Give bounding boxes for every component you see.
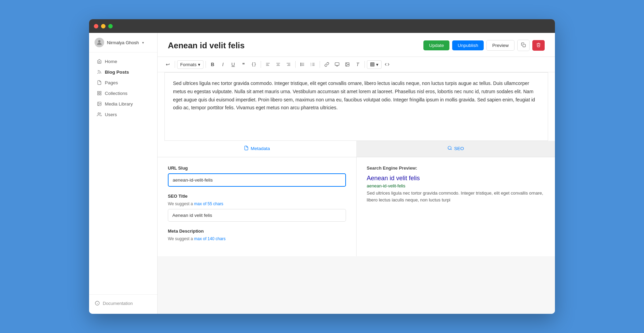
image-icon: [97, 101, 102, 107]
sidebar-item-pages[interactable]: Pages: [91, 77, 155, 88]
toolbar-separator-4: [295, 61, 296, 68]
delete-button[interactable]: [532, 40, 545, 51]
tab-seo[interactable]: SEO: [356, 141, 555, 157]
sidebar-item-blog-posts[interactable]: Blog Posts: [91, 67, 155, 77]
meta-desc-label: Meta Description: [168, 229, 346, 234]
url-slug-label: URL Slug: [168, 165, 346, 171]
app-layout: Nirmalya Ghosh ▾ Home Blog Posts: [89, 33, 555, 314]
link-button[interactable]: [322, 60, 332, 69]
svg-rect-4: [98, 94, 99, 95]
align-right-button[interactable]: [284, 60, 293, 69]
toolbar-separator-1: [175, 61, 175, 68]
toolbar-separator-2: [206, 61, 206, 68]
rss-icon: [97, 69, 102, 75]
image-button[interactable]: [343, 60, 352, 69]
close-button[interactable]: [94, 24, 98, 28]
meta-desc-group: Meta Description We suggest a max of 140…: [168, 229, 346, 241]
svg-rect-34: [335, 63, 339, 65]
tab-metadata[interactable]: Metadata: [158, 141, 356, 157]
sidebar-item-home[interactable]: Home: [91, 56, 155, 66]
username: Nirmalya Ghosh: [107, 40, 139, 45]
editor-toolbar: ↩ Formats ▾ B I U ❝ {}: [158, 57, 555, 72]
toolbar-separator-5: [320, 61, 320, 68]
svg-point-7: [98, 103, 99, 103]
home-icon: [97, 59, 102, 64]
editor-text: Sed ultrices ligula nec tortor gravida c…: [173, 79, 540, 112]
list-ordered-button[interactable]: 123: [308, 60, 318, 69]
svg-point-25: [301, 63, 301, 64]
duplicate-button[interactable]: [517, 40, 530, 51]
update-button[interactable]: Update: [423, 40, 449, 50]
sidebar-item-collections[interactable]: Collections: [91, 88, 155, 98]
svg-point-27: [301, 65, 301, 66]
unpublish-button[interactable]: Unpublish: [452, 40, 484, 50]
align-left-button[interactable]: [263, 60, 273, 69]
user-menu[interactable]: Nirmalya Ghosh ▾: [89, 33, 157, 52]
titlebar: [89, 19, 555, 33]
table-chevron: ▾: [376, 62, 379, 67]
maximize-button[interactable]: [108, 24, 113, 28]
svg-point-36: [346, 63, 347, 64]
sidebar-item-pages-label: Pages: [105, 80, 118, 85]
tabs-row: Metadata SEO: [158, 141, 555, 157]
svg-rect-12: [523, 44, 525, 47]
meta-desc-hint: We suggest a max of 140 chars: [168, 236, 346, 241]
underline-button[interactable]: U: [228, 60, 238, 69]
italic-button[interactable]: I: [218, 60, 228, 69]
seo-title-label: SEO Title: [168, 194, 346, 199]
svg-point-8: [98, 113, 100, 114]
info-icon: [95, 300, 100, 306]
svg-rect-3: [100, 91, 101, 93]
editor-content[interactable]: Sed ultrices ligula nec tortor gravida c…: [164, 72, 548, 141]
undo-button[interactable]: ↩: [163, 60, 173, 69]
seo-preview-title: Aenean id velit felis: [367, 175, 545, 182]
svg-line-43: [450, 149, 451, 150]
formats-chevron: ▾: [198, 62, 200, 67]
sidebar-item-users-label: Users: [105, 112, 117, 117]
table-dropdown[interactable]: ▾: [367, 60, 382, 69]
users-icon: [97, 112, 102, 117]
editor-header: Aenean id velit felis Update Unpublish P…: [158, 33, 555, 57]
sidebar-item-home-label: Home: [105, 59, 117, 64]
embed-button[interactable]: [332, 60, 342, 69]
avatar: [95, 38, 104, 47]
sidebar-nav: Home Blog Posts Pages: [89, 52, 157, 294]
svg-point-0: [98, 40, 101, 42]
clear-format-button[interactable]: T: [353, 60, 362, 69]
preview-button[interactable]: Preview: [486, 40, 515, 51]
seo-title-hint: We suggest a max of 55 chars: [168, 201, 346, 206]
formats-dropdown[interactable]: Formats ▾: [177, 60, 203, 69]
grid-icon: [97, 90, 102, 96]
bottom-section: Metadata SEO URL Slug: [158, 141, 555, 256]
seo-preview-label: Search Engine Preview:: [367, 165, 545, 171]
bold-button[interactable]: B: [208, 60, 218, 69]
post-title: Aenean id velit felis: [168, 41, 245, 50]
editor-actions: Update Unpublish Preview: [423, 40, 545, 51]
seo-title-hint-link[interactable]: max of 55 chars: [194, 201, 223, 206]
panels-row: URL Slug SEO Title We suggest a max of 5…: [158, 157, 555, 256]
list-unordered-button[interactable]: [298, 60, 307, 69]
toolbar-separator-6: [364, 61, 365, 68]
svg-rect-2: [98, 91, 99, 93]
seo-preview-url: aenean-id-velit-felis: [367, 183, 545, 188]
url-slug-input[interactable]: [168, 173, 346, 187]
sidebar-item-media-library[interactable]: Media Library: [91, 99, 155, 109]
sidebar-item-documentation[interactable]: Documentation: [89, 298, 157, 308]
quote-button[interactable]: ❝: [239, 60, 248, 69]
seo-title-hint-prefix: We suggest a: [168, 201, 193, 206]
meta-desc-hint-link[interactable]: max of 140 chars: [194, 236, 226, 241]
sidebar-item-collections-label: Collections: [105, 91, 127, 96]
main-content: Aenean id velit felis Update Unpublish P…: [158, 33, 555, 314]
align-center-button[interactable]: [273, 60, 283, 69]
toolbar-separator-3: [261, 61, 261, 68]
svg-point-42: [448, 146, 451, 149]
svg-point-1: [98, 73, 98, 74]
code-button[interactable]: {}: [249, 60, 259, 69]
seo-title-input[interactable]: [168, 209, 346, 222]
svg-rect-37: [371, 63, 374, 66]
sidebar-item-users[interactable]: Users: [91, 109, 155, 120]
documentation-label: Documentation: [103, 301, 133, 306]
minimize-button[interactable]: [101, 24, 106, 28]
svg-text:3: 3: [311, 65, 312, 66]
html-button[interactable]: [382, 60, 392, 69]
